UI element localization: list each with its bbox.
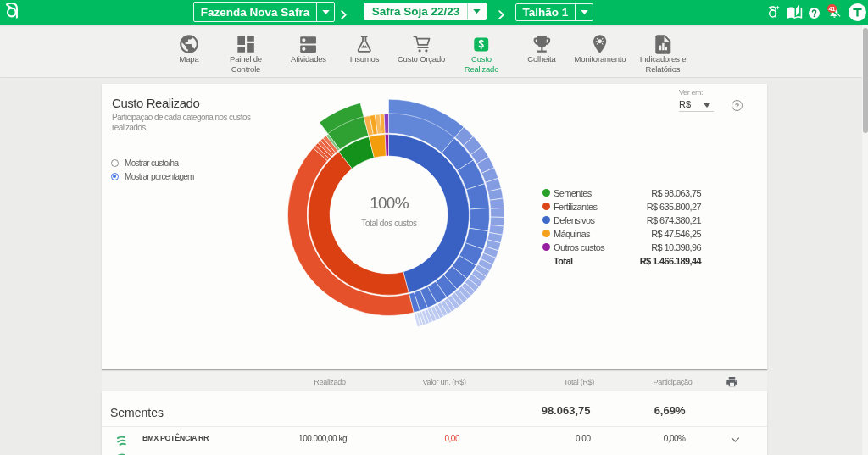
radio-unchecked-icon bbox=[111, 159, 119, 167]
unit-select[interactable]: R$ bbox=[679, 99, 714, 112]
radio-mostrar-porcentagem[interactable]: Mostrar porcentagem bbox=[111, 170, 194, 185]
breadcrumb-chevron-icon bbox=[498, 8, 504, 23]
nav-item-mapa[interactable]: Mapa bbox=[178, 34, 200, 64]
legend-dot bbox=[542, 203, 550, 210]
navbar: MapaPainel de ControleAtividadesInsumosC… bbox=[0, 25, 868, 78]
legend-label: Máquinas bbox=[554, 229, 651, 239]
legend-value: R$ 98.063,75 bbox=[651, 188, 701, 198]
trophy-icon bbox=[531, 34, 553, 54]
legend-label: Sementes bbox=[554, 188, 651, 198]
legend-row: DefensivosR$ 674.380,21 bbox=[542, 214, 701, 227]
seed-icon bbox=[117, 452, 128, 455]
report-icon bbox=[652, 34, 675, 54]
print-icon[interactable] bbox=[726, 375, 738, 391]
activities-icon bbox=[298, 34, 320, 54]
avatar[interactable] bbox=[849, 3, 866, 21]
sunburst-segment[interactable] bbox=[490, 217, 504, 226]
legend-value: R$ 10.398,96 bbox=[651, 242, 701, 252]
sunburst-segment[interactable] bbox=[384, 114, 388, 134]
nav-item-atividades[interactable]: Atividades bbox=[291, 34, 326, 64]
legend-row: MáquinasR$ 47.546,25 bbox=[542, 227, 701, 241]
seed-icon bbox=[117, 434, 128, 450]
farm-selector-label: Fazenda Nova Safra bbox=[194, 3, 316, 21]
group-name: Sementes bbox=[110, 406, 164, 419]
field-selector[interactable]: Talhão 1 bbox=[515, 3, 593, 21]
unit-select-value: R$ bbox=[679, 99, 691, 109]
pin-bug-icon bbox=[589, 34, 611, 54]
nav-item-colheita[interactable]: Colheita bbox=[527, 34, 555, 64]
nav-item-indicadores-e-relat-rios[interactable]: Indicadores e Relatórios bbox=[640, 34, 686, 74]
topbar: Fazenda Nova Safra Safra Soja 22/23 Talh… bbox=[0, 0, 868, 25]
radio-label: Mostrar custo/ha bbox=[125, 158, 178, 168]
legend-row: FertilizantesR$ 635.800,27 bbox=[542, 200, 701, 214]
field-selector-caret-icon[interactable] bbox=[575, 4, 593, 20]
sunburst-segment[interactable] bbox=[491, 208, 504, 217]
sunburst-segment[interactable] bbox=[470, 208, 490, 230]
farm-selector-caret-icon[interactable] bbox=[316, 3, 334, 21]
item-unit-value: 0,00 bbox=[445, 434, 459, 443]
scrollbar-track[interactable] bbox=[862, 25, 868, 455]
help-icon[interactable] bbox=[809, 7, 820, 22]
legend-value: R$ 635.800,27 bbox=[647, 202, 701, 212]
table-item-row[interactable]: BMX POTÊNCIA RR 100.000,00 kg 0,00 0,00 … bbox=[102, 427, 767, 455]
column-header: Valor un. (R$) bbox=[422, 378, 465, 386]
table-group-row[interactable]: Sementes 98.063,75 6,69% bbox=[102, 391, 767, 426]
legend-label: Fertilizantes bbox=[554, 202, 647, 212]
item-realized: 100.000,00 kg bbox=[298, 434, 347, 443]
unit-select-caret-icon bbox=[704, 103, 710, 108]
radio-group: Mostrar custo/haMostrar porcentagem bbox=[111, 156, 194, 184]
scrollbar-thumb[interactable] bbox=[863, 28, 868, 133]
legend-label: Defensivos bbox=[554, 215, 647, 225]
nav-item-insumos[interactable]: Insumos bbox=[350, 34, 380, 64]
field-selector-label: Talhão 1 bbox=[516, 4, 575, 20]
sunburst-segment[interactable] bbox=[490, 198, 504, 208]
nav-item-label: Atividades bbox=[291, 54, 326, 64]
chevron-down-icon[interactable] bbox=[729, 433, 742, 449]
column-header: Participação bbox=[654, 378, 693, 386]
legend-total-value: R$ 1.466.189,44 bbox=[640, 256, 701, 266]
legend-total-row: TotalR$ 1.466.189,44 bbox=[542, 254, 701, 268]
flask-icon bbox=[354, 34, 375, 54]
radio-label: Mostrar porcentagem bbox=[125, 172, 194, 181]
nav-item-label: Custo Orçado bbox=[398, 54, 445, 64]
season-selector-caret-icon[interactable] bbox=[467, 3, 486, 19]
chart-help-icon[interactable]: ? bbox=[732, 100, 743, 111]
legend-label: Outros custos bbox=[554, 242, 651, 252]
aegro-logo-icon[interactable] bbox=[6, 3, 19, 22]
group-total: 98.063,75 bbox=[542, 404, 591, 417]
book-icon[interactable] bbox=[787, 4, 803, 24]
nav-item-label: Colheita bbox=[527, 54, 555, 64]
nav-item-label: Painel de Controle bbox=[230, 54, 262, 74]
card-title: Custo Realizado bbox=[112, 96, 199, 110]
legend-dot bbox=[542, 189, 550, 197]
nav-item-custo-realizado[interactable]: Custo Realizado bbox=[465, 34, 498, 74]
sunburst-chart[interactable] bbox=[262, 87, 516, 341]
nav-item-label: Indicadores e Relatórios bbox=[640, 54, 686, 74]
whats-new-icon[interactable] bbox=[766, 5, 781, 23]
cart-icon bbox=[411, 34, 432, 54]
nav-item-label: Monitoramento bbox=[575, 54, 626, 64]
legend-row: Outros custosR$ 10.398,96 bbox=[542, 241, 701, 254]
table-card: Sementes 98.063,75 6,69% BMX POTÊNCIA RR… bbox=[102, 391, 767, 455]
nav-item-monitoramento[interactable]: Monitoramento bbox=[575, 34, 626, 64]
nav-item-custo-or-ado[interactable]: Custo Orçado bbox=[398, 34, 445, 64]
season-selector-label: Safra Soja 22/23 bbox=[364, 3, 467, 19]
notification-badge: 41 bbox=[827, 4, 837, 13]
item-total: 0,00 bbox=[576, 434, 590, 443]
table-header: RealizadoValor un. (R$)Total (R$)Partici… bbox=[102, 371, 767, 391]
dashboard-icon bbox=[235, 34, 257, 54]
nav-item-label: Custo Realizado bbox=[465, 54, 498, 74]
globe-icon bbox=[178, 34, 200, 54]
radio-mostrar-custo-ha[interactable]: Mostrar custo/ha bbox=[111, 156, 194, 170]
nav-item-label: Insumos bbox=[350, 54, 380, 64]
nav-item-painel-de-controle[interactable]: Painel de Controle bbox=[230, 34, 262, 74]
dollar-icon bbox=[474, 34, 489, 54]
legend-dot bbox=[542, 230, 550, 237]
chart-legend: SementesR$ 98.063,75FertilizantesR$ 635.… bbox=[542, 186, 701, 268]
card-subtitle: Participação de cada categoria nos custo… bbox=[112, 113, 263, 134]
season-selector[interactable]: Safra Soja 22/23 bbox=[364, 3, 487, 20]
breadcrumb-chevron-icon bbox=[341, 8, 347, 23]
farm-selector[interactable]: Fazenda Nova Safra bbox=[193, 2, 335, 22]
chart-card: Custo Realizado Participação de cada cat… bbox=[102, 84, 767, 370]
item-name: BMX POTÊNCIA RR bbox=[142, 434, 209, 442]
